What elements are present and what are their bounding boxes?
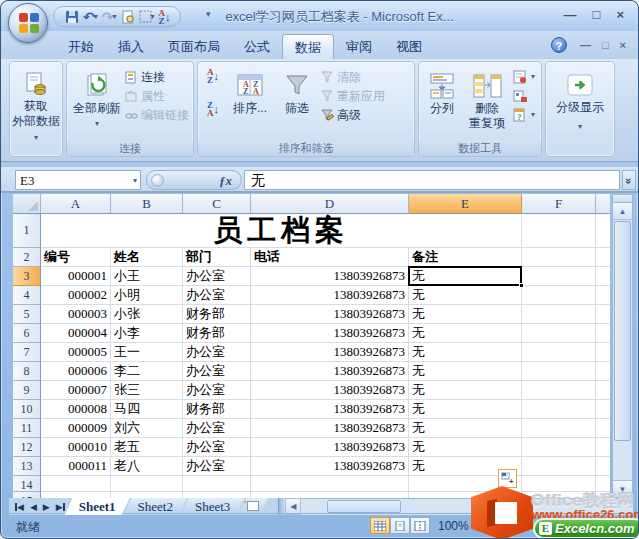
cell[interactable] (596, 400, 610, 419)
cell-field-name[interactable]: 姓名 (111, 248, 183, 267)
what-if-analysis-button[interactable]: ? ▾ (513, 105, 535, 124)
cell-field-id[interactable]: 编号 (41, 248, 111, 267)
row-header[interactable]: 3 (13, 267, 41, 286)
cell[interactable] (522, 457, 596, 476)
cell-phone[interactable]: 13803926873 (251, 457, 409, 476)
previous-sheet-button[interactable]: ◀ (30, 502, 37, 512)
group-get-external-data[interactable]: 获取 外部数据 ▾ (9, 61, 63, 157)
cell-note[interactable]: 无 (409, 438, 522, 457)
page-layout-view-button[interactable] (390, 517, 410, 534)
cell[interactable] (522, 343, 596, 362)
undo-icon[interactable]: ↶▾ (82, 8, 99, 25)
cell-note[interactable]: 无 (409, 400, 522, 419)
sort-az-button[interactable]: AZ ↓ (202, 66, 224, 85)
next-sheet-button[interactable]: ▶ (43, 502, 50, 512)
cell[interactable] (522, 248, 596, 267)
cell[interactable] (596, 214, 610, 248)
cell-id[interactable]: 000007 (41, 381, 111, 400)
cell-id[interactable]: 000001 (41, 267, 111, 286)
cell-dept[interactable]: 办公室 (183, 381, 251, 400)
print-preview-icon[interactable] (120, 8, 136, 25)
cell[interactable] (522, 286, 596, 305)
cell-name[interactable]: 小李 (111, 324, 183, 343)
cell-dept[interactable]: 办公室 (183, 362, 251, 381)
cell[interactable] (522, 419, 596, 438)
cell-id[interactable]: 000003 (41, 305, 111, 324)
row-header[interactable]: 12 (13, 438, 41, 457)
expand-formula-bar-icon[interactable]: » (622, 170, 636, 190)
normal-view-button[interactable] (370, 517, 390, 534)
tab-data[interactable]: 数据 (282, 34, 334, 59)
horizontal-scroll-thumb[interactable] (327, 500, 401, 513)
cell-id[interactable]: 000006 (41, 362, 111, 381)
cell[interactable] (596, 381, 610, 400)
workbook-close-button[interactable]: × (620, 39, 626, 51)
column-header-a[interactable]: A (41, 194, 111, 214)
cell-dept[interactable]: 财务部 (183, 400, 251, 419)
last-sheet-button[interactable]: ▶ (56, 502, 65, 512)
tab-home[interactable]: 开始 (56, 34, 106, 59)
cell[interactable] (596, 419, 610, 438)
cell[interactable] (596, 267, 610, 286)
cell[interactable] (41, 476, 111, 492)
cell-id[interactable]: 000010 (41, 438, 111, 457)
cell-phone[interactable]: 13803926873 (251, 343, 409, 362)
workbook-minimize-button[interactable]: — (580, 39, 591, 51)
cell-note[interactable]: 无 (409, 419, 522, 438)
vertical-scrollbar[interactable]: ▲ ▼ (612, 194, 633, 498)
cell[interactable] (251, 476, 409, 492)
cell-note[interactable]: 无 (409, 324, 522, 343)
cell-dept[interactable]: 办公室 (183, 419, 251, 438)
row-header[interactable]: 5 (13, 305, 41, 324)
cell[interactable] (522, 362, 596, 381)
cell-dept[interactable]: 财务部 (183, 324, 251, 343)
cell[interactable] (183, 476, 251, 492)
cell[interactable] (596, 324, 610, 343)
cell-note[interactable]: 无 (409, 267, 522, 286)
cell-dept[interactable]: 办公室 (183, 438, 251, 457)
cell-dept[interactable]: 办公室 (183, 267, 251, 286)
row-header[interactable]: 11 (13, 419, 41, 438)
data-validation-button[interactable]: ▾ (513, 67, 535, 86)
row-header[interactable]: 13 (13, 457, 41, 476)
maximize-button[interactable]: □ (593, 7, 601, 23)
cell-dept[interactable]: 财务部 (183, 305, 251, 324)
cell-dept[interactable]: 办公室 (183, 286, 251, 305)
cell[interactable] (522, 305, 596, 324)
group-outline[interactable]: 分级显示 ▾ (545, 61, 615, 157)
cell-phone[interactable]: 13803926873 (251, 362, 409, 381)
cell-phone[interactable]: 13803926873 (251, 438, 409, 457)
cell[interactable] (522, 400, 596, 419)
office-button[interactable] (8, 3, 48, 43)
cell[interactable] (596, 362, 610, 381)
cell[interactable] (596, 438, 610, 457)
formula-input[interactable]: 无 (244, 170, 620, 190)
tab-review[interactable]: 审阅 (334, 34, 384, 59)
cell-name[interactable]: 马四 (111, 400, 183, 419)
cell[interactable] (522, 324, 596, 343)
row-header[interactable]: 10 (13, 400, 41, 419)
help-icon[interactable]: ? (551, 37, 567, 53)
cell-phone[interactable]: 13803926873 (251, 267, 409, 286)
name-box[interactable]: E3 ▾ (15, 170, 141, 190)
sheet-title-cell[interactable]: 员工档案 (41, 214, 522, 248)
first-sheet-button[interactable]: ◀ (15, 502, 24, 512)
vertical-split-handle[interactable] (613, 195, 632, 203)
cell[interactable] (522, 438, 596, 457)
cell-field-phone[interactable]: 电话 (251, 248, 409, 267)
cell[interactable] (596, 343, 610, 362)
insert-function-area[interactable]: ƒx (146, 170, 242, 190)
row-header[interactable]: 4 (13, 286, 41, 305)
tab-formulas[interactable]: 公式 (232, 34, 282, 59)
cell-name[interactable]: 刘六 (111, 419, 183, 438)
cell-phone[interactable]: 13803926873 (251, 400, 409, 419)
advanced-filter-button[interactable]: 高级 (321, 106, 385, 125)
cell-name[interactable]: 小明 (111, 286, 183, 305)
cell-phone[interactable]: 13803926873 (251, 305, 409, 324)
row-header[interactable]: 14 (13, 476, 41, 492)
cell-note[interactable]: 无 (409, 286, 522, 305)
cell-note[interactable]: 无 (409, 305, 522, 324)
save-icon[interactable] (64, 8, 80, 25)
vertical-scroll-thumb[interactable] (614, 221, 631, 441)
cell-name[interactable]: 小张 (111, 305, 183, 324)
